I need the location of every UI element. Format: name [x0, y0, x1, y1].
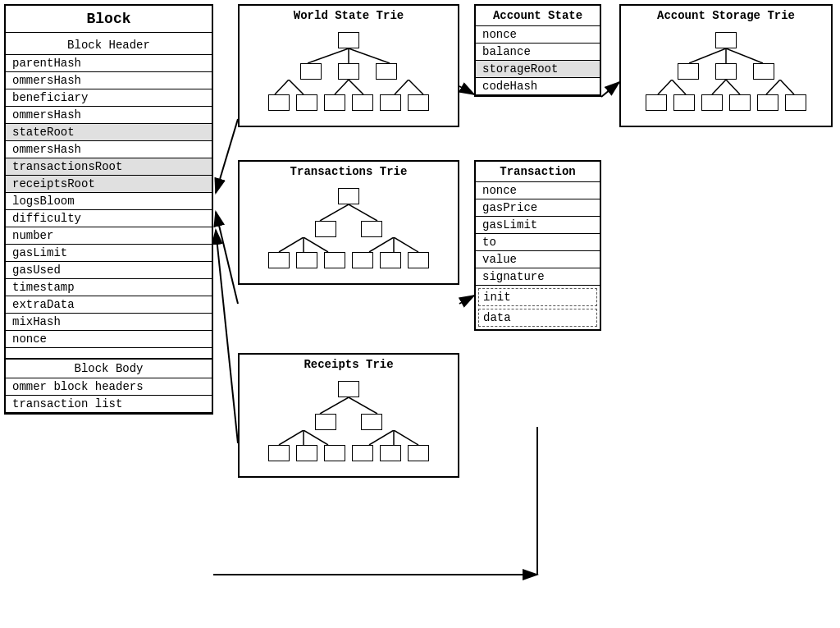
txst-node-l3-1: [268, 252, 290, 268]
ast-lines-2: [644, 80, 808, 94]
block-field-receiptsroot: receiptsRoot: [6, 176, 212, 193]
ast-lines-1: [652, 48, 800, 63]
ast-node-l3-4: [729, 94, 751, 111]
block-field-logsbloom: logsBloom: [6, 193, 212, 210]
wst-node-l3-4: [352, 94, 373, 111]
svg-line-26: [320, 397, 349, 414]
svg-line-25: [394, 237, 418, 252]
wst-node-l3-3: [324, 94, 345, 111]
transaction-field-to: to: [476, 234, 600, 251]
transaction-field-init: init: [478, 288, 597, 306]
svg-line-4: [289, 80, 304, 94]
txst-node-l3-4: [352, 252, 373, 268]
block-body-label: Block Body: [6, 360, 212, 378]
wst-accountstate-arrow: [459, 86, 474, 94]
transaction-field-nonce: nonce: [476, 182, 600, 199]
block-header-section: Block Header parentHash ommersHash benef…: [6, 33, 212, 351]
world-state-trie-title: World State Trie: [240, 6, 458, 25]
rt-lines-2: [258, 430, 439, 445]
transactionsroot-arrow: [216, 212, 238, 304]
stateroot-arrow: [216, 119, 238, 193]
account-field-codehash: codeHash: [476, 78, 600, 95]
block-title: Block: [6, 6, 212, 33]
rt-node-l2-2: [361, 414, 382, 430]
receipts-trie-title: Receipts Trie: [240, 355, 458, 374]
account-storage-trie-title: Account Storage Trie: [621, 6, 831, 25]
account-state-panel: Account State nonce balance storageRoot …: [474, 4, 601, 97]
account-field-nonce: nonce: [476, 26, 600, 44]
wst-lines-2: [258, 80, 439, 94]
account-state-title: Account State: [476, 6, 600, 26]
block-field-beneficiary: beneficiary: [6, 89, 212, 107]
svg-line-13: [672, 80, 686, 94]
rt-node-l2-1: [315, 414, 336, 430]
block-field-ommershash2: ommersHash: [6, 107, 212, 124]
svg-line-33: [394, 430, 418, 445]
block-field-ommershash3: ommersHash: [6, 141, 212, 158]
txst-node-l3-3: [324, 252, 345, 268]
transaction-field-data: data: [478, 309, 597, 327]
account-storage-trie-panel: Account Storage Trie: [619, 4, 833, 127]
transactions-trie-title: Transactions Trie: [240, 162, 458, 181]
diagram: Block Block Header parentHash ommersHash…: [0, 0, 840, 628]
svg-line-6: [349, 80, 363, 94]
block-header-label: Block Header: [6, 36, 212, 55]
block-panel: Block Block Header parentHash ommersHash…: [4, 4, 213, 415]
block-field-difficulty: difficulty: [6, 210, 212, 227]
block-field-number: number: [6, 227, 212, 245]
txst-lines-1: [283, 204, 414, 221]
txst-transaction-arrow: [459, 296, 474, 304]
block-field-transaction-list: transaction list: [6, 396, 212, 413]
block-field-extradata: extraData: [6, 296, 212, 314]
rt-lines-1: [283, 397, 414, 414]
world-state-trie-panel: World State Trie: [238, 4, 459, 127]
wst-node-l2-3: [376, 63, 397, 80]
wst-node-l2-1: [300, 63, 322, 80]
svg-line-2: [349, 48, 390, 63]
receiptsroot-arrow: [216, 230, 238, 443]
txst-node-l3-6: [408, 252, 429, 268]
svg-line-22: [304, 237, 328, 252]
block-field-gaslimit: gasLimit: [6, 245, 212, 262]
svg-line-12: [658, 80, 672, 94]
rt-node-l3-2: [296, 445, 317, 461]
receipts-trie-panel: Receipts Trie: [238, 353, 459, 478]
wst-node-l3-1: [268, 94, 290, 111]
wst-node-root: [338, 32, 359, 48]
ast-node-l2-3: [753, 63, 774, 80]
svg-line-11: [726, 48, 763, 63]
svg-line-0: [308, 48, 349, 63]
block-field-stateroot: stateRoot: [6, 124, 212, 141]
svg-line-28: [279, 430, 304, 445]
svg-line-3: [275, 80, 289, 94]
storageroot-ast-arrow: [601, 82, 619, 97]
svg-line-30: [304, 430, 328, 445]
txst-node-l2-1: [315, 221, 336, 237]
ast-node-l3-2: [673, 94, 695, 111]
block-body-section: Block Body ommer block headers transacti…: [6, 358, 212, 413]
svg-line-14: [712, 80, 726, 94]
block-field-transactionsroot: transactionsRoot: [6, 158, 212, 176]
svg-line-31: [369, 430, 394, 445]
block-field-mixhash: mixHash: [6, 314, 212, 331]
transactions-trie-panel: Transactions Trie: [238, 160, 459, 285]
rt-node-l3-4: [352, 445, 373, 461]
svg-line-7: [395, 80, 409, 94]
txst-node-l2-2: [361, 221, 382, 237]
account-field-storageroot: storageRoot: [476, 61, 600, 78]
block-field-ommershash1: ommersHash: [6, 72, 212, 89]
svg-line-9: [689, 48, 726, 63]
svg-line-15: [726, 80, 740, 94]
ast-node-l2-1: [678, 63, 699, 80]
rt-node-root: [338, 381, 359, 397]
ast-node-l2-2: [715, 63, 737, 80]
transaction-field-gasprice: gasPrice: [476, 199, 600, 217]
rt-node-l3-5: [380, 445, 401, 461]
svg-line-18: [320, 204, 349, 221]
ast-node-l3-1: [646, 94, 667, 111]
ast-node-l3-5: [757, 94, 778, 111]
block-field-gasused: gasUsed: [6, 262, 212, 279]
svg-line-17: [780, 80, 794, 94]
block-field-ommer-headers: ommer block headers: [6, 378, 212, 396]
txst-node-l3-5: [380, 252, 401, 268]
